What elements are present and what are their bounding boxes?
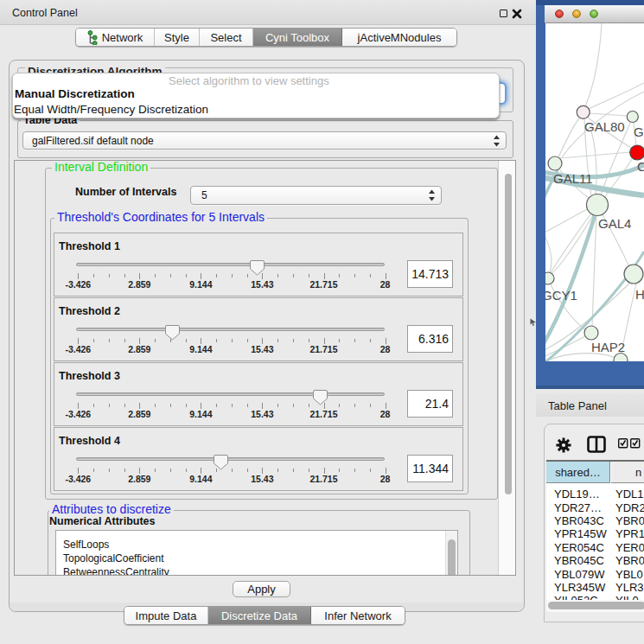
svg-text:HAP2: HAP2 xyxy=(591,340,625,354)
svg-text:GCY1: GCY1 xyxy=(545,288,577,303)
svg-text:GAL11: GAL11 xyxy=(553,171,593,186)
svg-text:GAL4: GAL4 xyxy=(598,216,631,231)
svg-text:C: C xyxy=(637,159,644,174)
svg-text:H: H xyxy=(635,287,644,302)
svg-text:GAL80: GAL80 xyxy=(584,119,625,134)
svg-text:GA: GA xyxy=(634,124,644,139)
